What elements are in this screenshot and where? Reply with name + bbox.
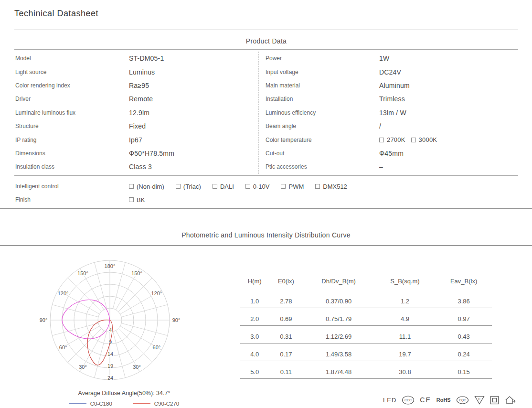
- table-cell: 5.0: [240, 361, 269, 379]
- column-header: H(m): [240, 276, 269, 290]
- product-data-section-title: Product Data: [14, 37, 518, 45]
- led-label: LED: [383, 397, 396, 404]
- spec-label: Color rendering index: [15, 82, 129, 89]
- f-mark-triangle-icon: F: [474, 396, 485, 405]
- option-label: DALI: [220, 183, 234, 190]
- angle-label: 90°: [40, 317, 48, 323]
- table-cell: 3.86: [436, 290, 492, 308]
- product-spec-column-left: ModelST-DM05-1Light sourceLuminusColor r…: [15, 52, 254, 174]
- spec-row: Input voltageDC24V: [266, 65, 516, 78]
- checkbox-icon: [245, 184, 250, 189]
- legend-item: C0-C180: [69, 401, 112, 407]
- option-label: BK: [137, 196, 145, 204]
- spec-value: ST-DM05-1: [129, 54, 254, 62]
- spec-label: Installation: [266, 96, 379, 102]
- angle-label: 60°: [153, 344, 161, 350]
- option-group: 2700K3000K: [379, 136, 516, 143]
- angle-label: 30°: [133, 364, 141, 370]
- polar-spoke: [113, 332, 125, 378]
- table-cell: 1.87/4.48: [303, 361, 374, 379]
- spec-row: Ptic accessories–: [266, 160, 516, 173]
- angle-label: 180°: [105, 263, 116, 269]
- svg-text:CQC: CQC: [459, 398, 466, 402]
- option-label: (Non-dim): [137, 183, 164, 190]
- radial-value-label: 19: [107, 363, 113, 369]
- table-cell: 2.0: [240, 308, 269, 326]
- spec-label: Driver: [15, 96, 129, 102]
- chart-legend: C0-C180C90-C270: [33, 401, 215, 407]
- checkbox-icon: [129, 184, 134, 189]
- spec-label: Color temperature: [266, 137, 379, 143]
- spec-value: Aluminum: [379, 82, 516, 89]
- option-label: DMX512: [323, 183, 347, 190]
- divider: [14, 175, 518, 176]
- photometric-table-header: H(m)E0(lx)Dh/Dv_B(m)S_B(sq.m)Eav_B(lx): [240, 276, 492, 290]
- class-ii-icon: [490, 396, 499, 405]
- control-label: Finish: [15, 196, 129, 203]
- spec-value: Luminus: [129, 68, 254, 76]
- table-cell: 0.15: [436, 361, 492, 379]
- option-item: DMX512: [315, 183, 347, 190]
- option-item: PWM: [281, 183, 304, 190]
- legend-label: C0-C180: [90, 401, 112, 407]
- table-row: 1.02.780.37/0.901.23.86: [240, 290, 492, 308]
- spec-value: Ra≥95: [129, 82, 254, 89]
- ccc-mark-icon: CCC: [402, 396, 415, 405]
- option-label: (Triac): [183, 183, 201, 190]
- spec-row: DriverRemote: [15, 92, 254, 106]
- table-cell: 0.11: [269, 361, 303, 379]
- spec-value: Ip67: [129, 136, 254, 144]
- radial-value-label: 14: [107, 351, 113, 357]
- spec-label: Input voltage: [266, 69, 379, 75]
- spec-value: Class 3: [129, 163, 254, 171]
- spec-value: Φ45mm: [379, 150, 516, 157]
- table-row: 5.00.111.87/4.4830.80.15: [240, 361, 492, 379]
- spec-row: ModelST-DM05-1: [15, 52, 254, 65]
- table-cell: 0.69: [269, 308, 303, 326]
- spec-row: Power1W: [266, 52, 516, 65]
- table-cell: 30.8: [374, 361, 436, 379]
- spec-value: DC24V: [379, 68, 516, 76]
- section-divider: [0, 208, 532, 209]
- polar-spoke: [68, 329, 102, 363]
- checkbox-icon: [129, 197, 134, 202]
- spec-label: Power: [266, 55, 379, 62]
- spec-value: Trimless: [379, 95, 516, 103]
- cqc-mark-icon: CQC: [456, 396, 469, 404]
- spec-label: Ptic accessories: [266, 163, 379, 170]
- average-diffuse-angle-caption: Average Diffuse Angle(50%): 34.7°: [33, 390, 215, 397]
- table-cell: 1.12/2.69: [303, 326, 374, 344]
- column-header: Eav_B(lx): [436, 276, 492, 290]
- spec-label: Main material: [266, 82, 379, 89]
- spec-label: Luminous efficiency: [266, 109, 379, 116]
- angle-label: 150°: [77, 270, 88, 276]
- spec-label: Insulation class: [15, 163, 129, 170]
- spec-value: 2700K3000K: [379, 136, 516, 143]
- spec-label: Luminaire luminous flux: [15, 109, 129, 116]
- spec-row: Cut-outΦ45mm: [266, 147, 516, 160]
- option-item: BK: [129, 196, 145, 204]
- spec-row: Beam angle/: [266, 119, 516, 133]
- option-group: (Non-dim)(Triac)DALI0-10VPWMDMX512: [129, 183, 516, 190]
- house-icon: [504, 395, 516, 405]
- spec-value: Φ50*H78.5mm: [129, 150, 254, 157]
- spec-value: –: [379, 163, 516, 171]
- option-item: (Non-dim): [129, 183, 164, 190]
- angle-label: 150°: [131, 270, 142, 276]
- option-item: 2700K: [379, 136, 405, 143]
- divider: [14, 49, 518, 50]
- table-cell: 0.37/0.90: [303, 290, 374, 308]
- column-header: S_B(sq.m): [374, 276, 436, 290]
- spec-row: DimensionsΦ50*H78.5mm: [15, 147, 254, 160]
- product-spec-column-right: Power1WInput voltageDC24VMain materialAl…: [266, 52, 516, 174]
- checkbox-icon: [176, 184, 181, 189]
- photometric-section-title: Photometric and Luminous Intensity Distr…: [0, 231, 532, 239]
- legend-line-swatch: [69, 403, 86, 404]
- option-item: 0-10V: [245, 183, 270, 190]
- table-cell: 19.7: [374, 344, 436, 361]
- table-cell: 11.1: [374, 326, 436, 344]
- polar-spoke: [95, 262, 107, 309]
- polar-spoke: [52, 305, 98, 317]
- table-row: 3.00.311.12/2.6911.10.43: [240, 326, 492, 344]
- polar-spoke: [118, 278, 152, 312]
